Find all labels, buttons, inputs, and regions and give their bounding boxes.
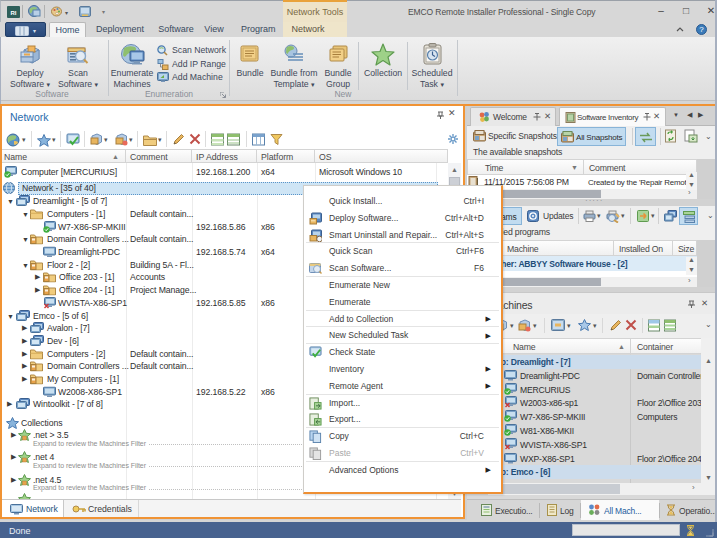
svg-text:RI: RI [11,10,17,16]
svg-text:?: ? [699,25,704,34]
